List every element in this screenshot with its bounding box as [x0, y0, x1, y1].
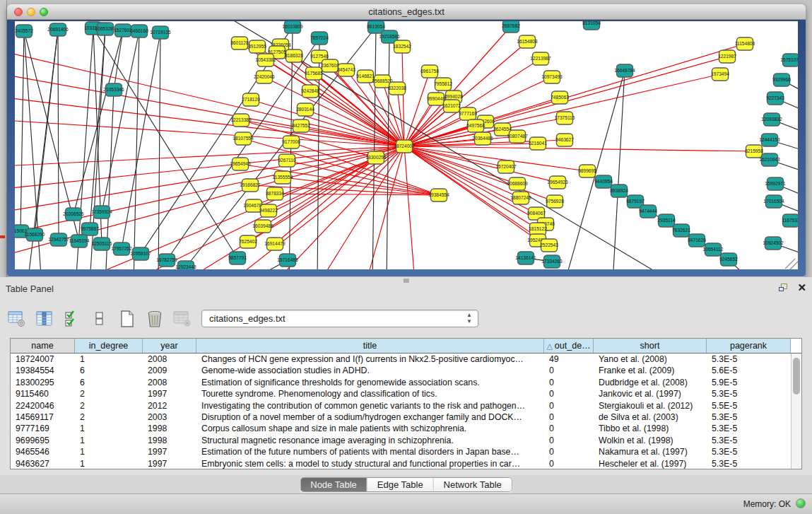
float-panel-icon[interactable]: [779, 283, 789, 293]
table-cell[interactable]: 0: [544, 377, 594, 388]
network-canvas[interactable]: 2405572206914061033197106532871527602646…: [15, 21, 798, 269]
table-cell[interactable]: 18724007: [11, 354, 75, 365]
table-cell[interactable]: 9463627: [11, 458, 75, 469]
table-cell[interactable]: 0: [544, 411, 594, 423]
table-cell[interactable]: 9699695: [11, 435, 75, 446]
delete-table-icon[interactable]: [145, 309, 165, 329]
tab-network-table[interactable]: Network Table: [434, 478, 512, 491]
graph-node[interactable]: 6216041: [529, 137, 547, 150]
graph-node[interactable]: 2718120: [242, 93, 260, 106]
table-cell[interactable]: Changes of HCN gene expression and I(f) …: [196, 354, 544, 365]
graph-node[interactable]: 16648784: [614, 64, 635, 77]
table-cell[interactable]: Yano et al. (2008): [594, 354, 707, 365]
graph-node[interactable]: 10807487: [507, 130, 528, 143]
column-header-in_degree[interactable]: in_degree: [75, 339, 143, 353]
table-row[interactable]: 969969511998Structural magnetic resonanc…: [11, 435, 801, 446]
graph-node[interactable]: 10543382: [255, 54, 276, 66]
window-titlebar[interactable]: citations_edges.txt: [7, 4, 806, 20]
table-cell[interactable]: 1997: [143, 446, 196, 457]
table-cell[interactable]: 5.3E-5: [707, 411, 791, 423]
graph-node[interactable]: 9756928: [546, 195, 564, 208]
table-cell[interactable]: 5.3E-5: [707, 458, 791, 469]
graph-node[interactable]: 21053346: [103, 83, 124, 96]
table-cell[interactable]: 1: [75, 458, 143, 469]
tab-edge-table[interactable]: Edge Table: [367, 478, 434, 491]
graph-node[interactable]: 8186328: [285, 49, 303, 62]
table-cell[interactable]: de Silva et al. (2003): [594, 411, 707, 423]
table-cell[interactable]: Hescheler et al. (1997): [594, 458, 707, 469]
table-cell[interactable]: 6: [75, 365, 143, 376]
table-cell[interactable]: Estimation of the future numbers of pati…: [196, 446, 544, 457]
close-panel-icon[interactable]: ✕: [797, 283, 806, 293]
scrollbar-thumb[interactable]: [793, 358, 800, 395]
table-cell[interactable]: 0: [544, 458, 594, 469]
graph-node[interactable]: 10653287: [95, 23, 116, 35]
graph-node[interactable]: 16154808: [517, 35, 538, 48]
tab-node-table[interactable]: Node Table: [300, 478, 367, 491]
graph-node[interactable]: 9177006: [282, 136, 300, 148]
table-cell[interactable]: 2: [75, 411, 143, 423]
table-cell[interactable]: 2009: [143, 365, 196, 376]
graph-node[interactable]: 8601128: [230, 37, 249, 49]
table-cell[interactable]: 5.3E-5: [707, 388, 791, 399]
graph-node[interactable]: 15992971: [765, 177, 786, 190]
table-cell[interactable]: Jankovic et al. (1997): [594, 388, 707, 399]
table-cell[interactable]: 5.3E-5: [707, 435, 791, 446]
graph-node[interactable]: 14136141: [515, 252, 536, 264]
graph-node[interactable]: 12923448: [175, 261, 196, 269]
graph-node[interactable]: 11355554: [273, 171, 293, 184]
table-cell[interactable]: 5.3E-5: [707, 354, 791, 365]
row-height-icon[interactable]: [90, 309, 110, 329]
table-cell[interactable]: Structural magnetic resonance image aver…: [196, 435, 544, 446]
graph-node[interactable]: 9498222: [259, 204, 278, 217]
graph-node[interactable]: 6466160: [130, 25, 148, 37]
graph-node[interactable]: 17375115: [555, 112, 575, 124]
graph-node[interactable]: 12213987: [530, 52, 551, 65]
graph-node[interactable]: 8938924: [610, 185, 628, 197]
graph-node[interactable]: 11154808: [735, 37, 755, 50]
graph-node[interactable]: 6961758: [420, 65, 439, 78]
table-cell[interactable]: 1: [75, 435, 143, 446]
table-cell[interactable]: 22420046: [11, 400, 75, 411]
table-cell[interactable]: 5.3E-5: [707, 446, 791, 457]
graph-node[interactable]: 2935114: [657, 214, 676, 227]
graph-node[interactable]: 2522543: [540, 239, 558, 252]
table-cell[interactable]: Nakamura et al. (1997): [594, 446, 707, 457]
table-cell[interactable]: 1997: [143, 458, 196, 469]
graph-node[interactable]: 9899695: [578, 165, 596, 177]
table-cell[interactable]: Embryonic stem cells: a model to study s…: [196, 458, 544, 469]
table-row[interactable]: 946362711997Embryonic stem cells: a mode…: [11, 458, 801, 469]
table-cell[interactable]: 5.3E-5: [707, 423, 791, 434]
graph-node[interactable]: 9329966: [772, 74, 791, 86]
table-cell[interactable]: Disruption of a novel member of a sodium…: [196, 411, 544, 423]
table-row[interactable]: 1938455462009Genome-wide association stu…: [11, 365, 801, 376]
table-cell[interactable]: 0: [544, 423, 594, 434]
table-row[interactable]: 1456911722003Disruption of a novel membe…: [11, 411, 801, 423]
column-header-short[interactable]: short: [594, 339, 707, 353]
table-row[interactable]: 946554611997Estimation of the future num…: [11, 446, 801, 457]
table-cell[interactable]: 2012: [143, 400, 196, 411]
graph-node[interactable]: 12213389: [230, 114, 252, 127]
graph-node[interactable]: 1221987: [718, 50, 736, 63]
table-cell[interactable]: 2003: [143, 411, 196, 423]
table-cell[interactable]: 0: [544, 400, 594, 411]
graph-node[interactable]: 9463627: [555, 134, 574, 146]
graph-node[interactable]: 16782759: [156, 254, 177, 267]
table-cell[interactable]: 9777169: [11, 423, 75, 434]
table-cell[interactable]: Wolkin et al. (1998): [594, 435, 707, 446]
graph-node[interactable]: 17334263: [541, 255, 563, 268]
column-header-out_de[interactable]: △out_de…: [544, 339, 594, 353]
graph-node[interactable]: 12444153: [759, 134, 780, 146]
graph-node[interactable]: 10719135: [150, 26, 171, 39]
column-header-year[interactable]: year: [143, 339, 196, 353]
table-cell[interactable]: 9115460: [11, 388, 75, 399]
column-header-name[interactable]: name: [11, 339, 75, 353]
graph-node[interactable]: 8215958: [745, 145, 763, 158]
graph-node[interactable]: 10688609: [507, 177, 528, 190]
graph-node[interactable]: 1621072: [442, 100, 461, 112]
table-cell[interactable]: 5.5E-5: [707, 400, 791, 411]
graph-node[interactable]: 7632621: [672, 224, 690, 237]
graph-node[interactable]: 7857224: [310, 32, 329, 45]
graph-node[interactable]: 9245652: [719, 253, 738, 266]
graph-node[interactable]: 8471626: [688, 234, 706, 247]
